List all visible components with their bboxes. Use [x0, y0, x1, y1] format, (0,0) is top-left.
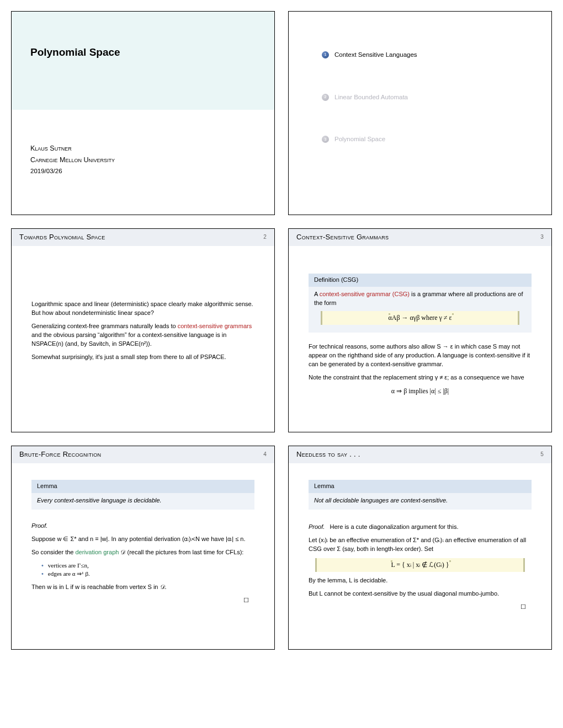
slide-header: Context-Sensitive Grammars 3	[289, 229, 551, 246]
qed-icon: ☐	[309, 603, 532, 612]
outline-slide: 1 Context Sensitive Languages 2 Linear B…	[288, 11, 552, 215]
outline-label: Linear Bounded Automata	[334, 93, 408, 102]
slide-number: 3	[540, 233, 544, 242]
term-csg: context-sensitive grammar (CSG)	[320, 291, 410, 297]
title-slide: Polynomial Space Klaus Sutner Carnegie M…	[11, 11, 275, 215]
paragraph: For technical reasons, some authors also…	[309, 342, 532, 369]
slide-header: Needless to say . . . 5	[289, 446, 551, 463]
slide-csg: Context-Sensitive Grammars 3 Definition …	[288, 228, 552, 432]
bullet-icon: 3	[322, 136, 329, 143]
outline-item-3: 3 Polynomial Space	[322, 135, 529, 144]
title-head: Polynomial Space	[12, 12, 274, 110]
paragraph: Then w is in L if w is reachable from ve…	[31, 583, 254, 592]
slide-brute-force: Brute-Force Recognition 4 Lemma Every co…	[11, 446, 275, 650]
formula-box: L = { xᵢ | xᵢ ∉ ℒ(Gᵢ) }	[315, 558, 525, 572]
paragraph: Suppose w ∈ Σ* and n = |w|. In any poten…	[31, 535, 254, 544]
term-csg: context-sensitive grammars	[178, 323, 252, 329]
title-meta: Klaus Sutner Carnegie Mellon University …	[12, 110, 274, 177]
slide-title: Towards Polynomial Space	[19, 232, 105, 243]
slide-header: Brute-Force Recognition 4	[12, 446, 274, 463]
bullet-list: vertices are Γ≤n, edges are α ⇒¹ β.	[31, 561, 254, 579]
outline-label: Polynomial Space	[334, 135, 385, 144]
slide-body: Logarithmic space and linear (determinis…	[12, 246, 274, 374]
lemma-body: Not all decidable languages are context-…	[309, 493, 532, 510]
slide-number: 5	[540, 451, 544, 459]
author: Klaus Sutner	[30, 143, 256, 154]
outline-item-2: 2 Linear Bounded Automata	[322, 93, 529, 102]
slide-towards-pspace: Towards Polynomial Space 2 Logarithmic s…	[11, 228, 275, 432]
definition-head: Definition (CSG)	[309, 274, 532, 287]
proof-label: Proof.	[309, 523, 325, 530]
proof: Proof.	[31, 522, 254, 531]
slide-body: Lemma Every context-sensitive language i…	[12, 463, 274, 613]
slide-number: 4	[263, 451, 267, 459]
lemma-body: Every context-sensitive language is deci…	[31, 493, 254, 510]
date: 2019/03/26	[30, 166, 256, 177]
lemma-head: Lemma	[31, 480, 254, 493]
proof: Proof. Here is a cute diagonalization ar…	[309, 523, 532, 532]
slide-title: Context-Sensitive Grammars	[296, 232, 389, 243]
formula-box: αAβ → αγβ where γ ≠ ε	[321, 311, 519, 325]
paragraph: Logarithmic space and linear (determinis…	[31, 300, 254, 318]
slide-header: Towards Polynomial Space 2	[12, 229, 274, 246]
slide-body: Lemma Not all decidable languages are co…	[289, 463, 551, 619]
slide-body: Definition (CSG) A context-sensitive gra…	[289, 246, 551, 408]
paragraph: Note the constraint that the replacement…	[309, 373, 532, 382]
paragraph: Generalizing context-free grammars natur…	[31, 322, 254, 349]
bullet-icon: 1	[322, 51, 329, 58]
list-item: edges are α ⇒¹ β.	[41, 570, 254, 579]
outline-label: Context Sensitive Languages	[334, 50, 417, 60]
slide-title: Brute-Force Recognition	[19, 449, 101, 460]
term-derivation-graph: derivation graph	[76, 549, 119, 555]
outline-item-1: 1 Context Sensitive Languages	[322, 50, 529, 60]
slide-needless: Needless to say . . . 5 Lemma Not all de…	[288, 446, 552, 650]
definition-body: A context-sensitive grammar (CSG) is a g…	[309, 287, 532, 333]
formula: α ⇒ β implies |α| ≤ |β|	[309, 387, 532, 396]
affiliation: Carnegie Mellon University	[30, 154, 256, 166]
paragraph: Let (xᵢ)ᵢ be an effective enumeration of…	[309, 536, 532, 554]
qed-icon: ☐	[31, 596, 254, 605]
paragraph: Somewhat surprisingly, it's just a small…	[31, 353, 254, 362]
paragraph: But L cannot be context-sensitive by the…	[309, 590, 532, 598]
paragraph: So consider the derivation graph 𝒟 (reca…	[31, 548, 254, 557]
list-item: vertices are Γ≤n,	[41, 561, 254, 570]
outline-body: 1 Context Sensitive Languages 2 Linear B…	[289, 12, 551, 144]
proof-label: Proof.	[31, 522, 47, 529]
slide-number: 2	[263, 233, 267, 242]
bullet-icon: 2	[322, 94, 329, 101]
paragraph: By the lemma, L is decidable.	[309, 576, 532, 585]
lemma-head: Lemma	[309, 480, 532, 493]
main-title: Polynomial Space	[30, 45, 256, 60]
slide-title: Needless to say . . .	[296, 449, 360, 460]
